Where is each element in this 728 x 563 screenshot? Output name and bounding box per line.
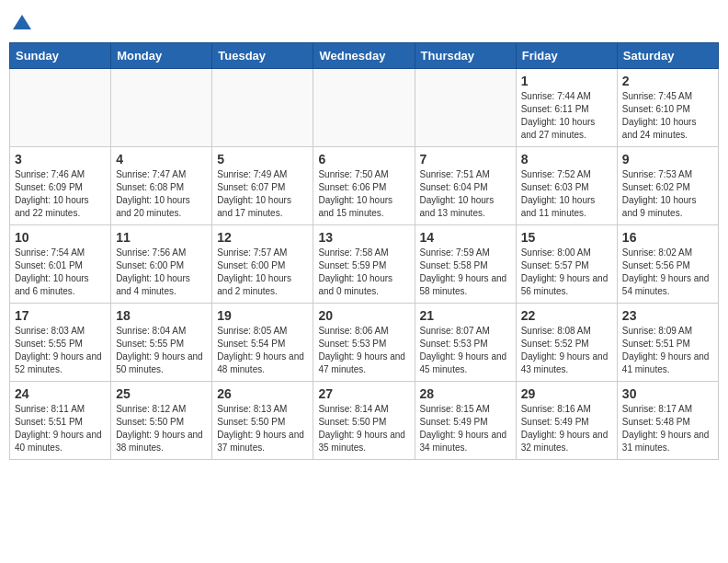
calendar-cell: 12Sunrise: 7:57 AM Sunset: 6:00 PM Dayli… [212, 225, 313, 304]
calendar-cell: 15Sunrise: 8:00 AM Sunset: 5:57 PM Dayli… [516, 225, 617, 304]
day-number: 9 [622, 152, 713, 167]
day-info: Sunrise: 8:02 AM Sunset: 5:56 PM Dayligh… [622, 247, 713, 298]
calendar-cell: 20Sunrise: 8:06 AM Sunset: 5:53 PM Dayli… [313, 304, 415, 382]
calendar-cell: 17Sunrise: 8:03 AM Sunset: 5:55 PM Dayli… [10, 304, 111, 382]
day-number: 29 [521, 386, 612, 401]
calendar-week-2: 3Sunrise: 7:46 AM Sunset: 6:09 PM Daylig… [10, 147, 719, 225]
day-info: Sunrise: 7:49 AM Sunset: 6:07 PM Dayligh… [217, 168, 308, 220]
day-info: Sunrise: 7:45 AM Sunset: 6:10 PM Dayligh… [622, 90, 713, 142]
day-info: Sunrise: 7:44 AM Sunset: 6:11 PM Dayligh… [521, 90, 612, 142]
calendar-cell: 30Sunrise: 8:17 AM Sunset: 5:48 PM Dayli… [617, 382, 718, 460]
day-number: 20 [318, 308, 409, 323]
calendar-cell: 5Sunrise: 7:49 AM Sunset: 6:07 PM Daylig… [212, 147, 313, 225]
calendar-cell: 29Sunrise: 8:16 AM Sunset: 5:49 PM Dayli… [516, 382, 617, 460]
day-number: 4 [116, 152, 207, 167]
day-info: Sunrise: 8:08 AM Sunset: 5:52 PM Dayligh… [521, 325, 612, 376]
calendar-cell: 25Sunrise: 8:12 AM Sunset: 5:50 PM Dayli… [111, 382, 212, 460]
calendar-header: SundayMondayTuesdayWednesdayThursdayFrid… [10, 43, 719, 69]
calendar-cell [313, 69, 415, 147]
day-info: Sunrise: 8:03 AM Sunset: 5:55 PM Dayligh… [15, 325, 106, 376]
calendar-cell [10, 69, 111, 147]
day-number: 21 [420, 308, 511, 323]
weekday-header-friday: Friday [516, 43, 617, 69]
day-info: Sunrise: 8:06 AM Sunset: 5:53 PM Dayligh… [318, 325, 409, 376]
day-number: 18 [116, 308, 207, 323]
calendar-cell: 1Sunrise: 7:44 AM Sunset: 6:11 PM Daylig… [516, 69, 617, 147]
day-info: Sunrise: 8:05 AM Sunset: 5:54 PM Dayligh… [217, 325, 308, 376]
day-number: 6 [318, 152, 409, 167]
calendar-cell: 26Sunrise: 8:13 AM Sunset: 5:50 PM Dayli… [212, 382, 313, 460]
calendar-week-4: 17Sunrise: 8:03 AM Sunset: 5:55 PM Dayli… [10, 304, 719, 382]
day-info: Sunrise: 7:57 AM Sunset: 6:00 PM Dayligh… [217, 247, 308, 298]
calendar-week-5: 24Sunrise: 8:11 AM Sunset: 5:51 PM Dayli… [10, 382, 719, 460]
page-header [9, 9, 719, 35]
calendar-cell: 6Sunrise: 7:50 AM Sunset: 6:06 PM Daylig… [313, 147, 415, 225]
calendar-cell [111, 69, 212, 147]
calendar-cell: 4Sunrise: 7:47 AM Sunset: 6:08 PM Daylig… [111, 147, 212, 225]
calendar-week-1: 1Sunrise: 7:44 AM Sunset: 6:11 PM Daylig… [10, 69, 719, 147]
day-info: Sunrise: 7:54 AM Sunset: 6:01 PM Dayligh… [15, 247, 106, 298]
weekday-header-sunday: Sunday [10, 43, 111, 69]
calendar-cell: 10Sunrise: 7:54 AM Sunset: 6:01 PM Dayli… [10, 225, 111, 304]
day-info: Sunrise: 7:56 AM Sunset: 6:00 PM Dayligh… [116, 247, 207, 298]
day-info: Sunrise: 8:00 AM Sunset: 5:57 PM Dayligh… [521, 247, 612, 298]
calendar-cell: 23Sunrise: 8:09 AM Sunset: 5:51 PM Dayli… [617, 304, 718, 382]
weekday-header-row: SundayMondayTuesdayWednesdayThursdayFrid… [10, 43, 719, 69]
day-number: 14 [420, 230, 511, 245]
day-number: 8 [521, 152, 612, 167]
day-info: Sunrise: 8:15 AM Sunset: 5:49 PM Dayligh… [420, 403, 511, 454]
day-info: Sunrise: 8:16 AM Sunset: 5:49 PM Dayligh… [521, 403, 612, 454]
day-number: 26 [217, 386, 308, 401]
calendar-body: 1Sunrise: 7:44 AM Sunset: 6:11 PM Daylig… [10, 69, 719, 460]
day-info: Sunrise: 7:51 AM Sunset: 6:04 PM Dayligh… [420, 168, 511, 220]
logo [9, 9, 33, 35]
day-number: 10 [15, 230, 106, 245]
day-number: 2 [622, 74, 713, 88]
calendar-cell: 3Sunrise: 7:46 AM Sunset: 6:09 PM Daylig… [10, 147, 111, 225]
day-number: 19 [217, 308, 308, 323]
calendar-cell [212, 69, 313, 147]
day-number: 3 [15, 152, 106, 167]
weekday-header-saturday: Saturday [617, 43, 718, 69]
weekday-header-wednesday: Wednesday [313, 43, 415, 69]
day-info: Sunrise: 7:59 AM Sunset: 5:58 PM Dayligh… [420, 247, 511, 298]
day-info: Sunrise: 7:50 AM Sunset: 6:06 PM Dayligh… [318, 168, 409, 220]
calendar-week-3: 10Sunrise: 7:54 AM Sunset: 6:01 PM Dayli… [10, 225, 719, 304]
calendar-cell: 7Sunrise: 7:51 AM Sunset: 6:04 PM Daylig… [415, 147, 516, 225]
day-info: Sunrise: 8:12 AM Sunset: 5:50 PM Dayligh… [116, 403, 207, 454]
calendar-cell: 14Sunrise: 7:59 AM Sunset: 5:58 PM Dayli… [415, 225, 516, 304]
day-number: 30 [622, 386, 713, 401]
day-number: 1 [521, 74, 612, 88]
day-number: 23 [622, 308, 713, 323]
calendar-cell: 21Sunrise: 8:07 AM Sunset: 5:53 PM Dayli… [415, 304, 516, 382]
day-number: 5 [217, 152, 308, 167]
calendar-cell: 9Sunrise: 7:53 AM Sunset: 6:02 PM Daylig… [617, 147, 718, 225]
day-number: 24 [15, 386, 106, 401]
weekday-header-thursday: Thursday [415, 43, 516, 69]
day-info: Sunrise: 8:14 AM Sunset: 5:50 PM Dayligh… [318, 403, 409, 454]
day-info: Sunrise: 8:13 AM Sunset: 5:50 PM Dayligh… [217, 403, 308, 454]
day-info: Sunrise: 8:04 AM Sunset: 5:55 PM Dayligh… [116, 325, 207, 376]
day-number: 15 [521, 230, 612, 245]
day-info: Sunrise: 7:58 AM Sunset: 5:59 PM Dayligh… [318, 247, 409, 298]
day-number: 25 [116, 386, 207, 401]
calendar-cell: 19Sunrise: 8:05 AM Sunset: 5:54 PM Dayli… [212, 304, 313, 382]
calendar-cell: 8Sunrise: 7:52 AM Sunset: 6:03 PM Daylig… [516, 147, 617, 225]
weekday-header-tuesday: Tuesday [212, 43, 313, 69]
calendar-cell: 18Sunrise: 8:04 AM Sunset: 5:55 PM Dayli… [111, 304, 212, 382]
logo-icon [11, 13, 33, 35]
calendar-cell: 11Sunrise: 7:56 AM Sunset: 6:00 PM Dayli… [111, 225, 212, 304]
logo-general-text [9, 13, 33, 35]
day-number: 22 [521, 308, 612, 323]
day-number: 28 [420, 386, 511, 401]
day-info: Sunrise: 8:07 AM Sunset: 5:53 PM Dayligh… [420, 325, 511, 376]
day-number: 12 [217, 230, 308, 245]
day-number: 16 [622, 230, 713, 245]
calendar-table: SundayMondayTuesdayWednesdayThursdayFrid… [9, 42, 719, 460]
day-info: Sunrise: 7:52 AM Sunset: 6:03 PM Dayligh… [521, 168, 612, 220]
calendar-cell: 22Sunrise: 8:08 AM Sunset: 5:52 PM Dayli… [516, 304, 617, 382]
calendar-cell [415, 69, 516, 147]
day-info: Sunrise: 8:17 AM Sunset: 5:48 PM Dayligh… [622, 403, 713, 454]
day-info: Sunrise: 8:11 AM Sunset: 5:51 PM Dayligh… [15, 403, 106, 454]
calendar-cell: 2Sunrise: 7:45 AM Sunset: 6:10 PM Daylig… [617, 69, 718, 147]
